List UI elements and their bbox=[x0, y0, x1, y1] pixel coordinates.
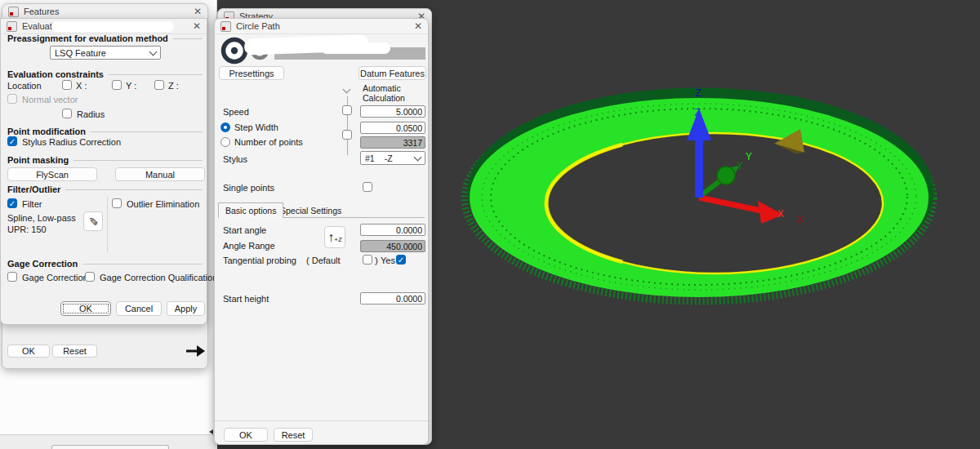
axis-y-label-dark: Y bbox=[737, 159, 743, 171]
radius-label: Radius bbox=[77, 109, 105, 119]
axis-x-label-dark: X bbox=[797, 213, 804, 225]
tab-special-settings[interactable]: Special Settings bbox=[274, 202, 348, 218]
stylus-select[interactable]: #1 -Z bbox=[360, 151, 425, 165]
axis-y-label-bright: Y bbox=[746, 150, 752, 162]
start-angle-label: Start angle bbox=[223, 225, 266, 235]
datum-features-button[interactable]: Datum Features bbox=[359, 66, 426, 80]
evaluation-apply-button[interactable]: Apply bbox=[167, 301, 205, 316]
tangential-probing-label: Tangential probing bbox=[223, 256, 296, 265]
group-divider bbox=[107, 197, 108, 252]
features-ok-button[interactable]: OK bbox=[7, 345, 50, 358]
circle-path-icon[interactable] bbox=[220, 37, 248, 64]
redaction-blob bbox=[51, 21, 174, 32]
speed-input[interactable] bbox=[360, 105, 425, 118]
start-height-label: Start height bbox=[223, 294, 269, 304]
app-icon bbox=[220, 21, 231, 32]
tangential-default-checkbox[interactable] bbox=[363, 255, 372, 265]
stylus-radius-correction-label: Stylus Radius Correction bbox=[22, 137, 121, 147]
forward-arrow-icon[interactable] bbox=[185, 343, 206, 359]
location-z-checkbox[interactable] bbox=[154, 80, 164, 90]
chevron-down-icon bbox=[149, 47, 158, 56]
gage-qualification-checkbox[interactable] bbox=[85, 272, 95, 282]
radius-checkbox[interactable] bbox=[62, 109, 72, 118]
manual-button[interactable]: Manual bbox=[115, 167, 205, 181]
location-y-checkbox[interactable] bbox=[112, 80, 122, 90]
filter-label: Filter bbox=[22, 199, 42, 209]
filter-type-label: Spline, Low-pass bbox=[7, 213, 76, 223]
footer-divider bbox=[215, 420, 428, 421]
chevron-down-icon bbox=[414, 153, 422, 161]
constraints-legend: Evaluation constraints bbox=[7, 69, 203, 79]
gage-correction-label: Gage Correction bbox=[22, 273, 88, 282]
auto-calc-speed-checkbox[interactable] bbox=[342, 105, 352, 115]
app-icon bbox=[8, 7, 19, 17]
flyscan-button[interactable]: FlyScan bbox=[7, 167, 97, 181]
close-icon[interactable]: ✕ bbox=[414, 21, 422, 31]
location-x-checkbox[interactable] bbox=[62, 80, 72, 90]
bottom-strip bbox=[0, 435, 217, 449]
app-icon bbox=[7, 21, 17, 32]
location-x-label: X : bbox=[76, 81, 87, 91]
location-label: Location bbox=[7, 81, 42, 91]
step-width-input[interactable] bbox=[360, 122, 425, 134]
stylus-radius-correction-checkbox[interactable] bbox=[7, 136, 17, 146]
number-of-points-radio[interactable] bbox=[220, 137, 230, 147]
plus-z-direction-button[interactable]: ↑ +Z bbox=[324, 226, 345, 248]
redaction-blob bbox=[321, 42, 390, 54]
circle-path-reset-button[interactable]: Reset bbox=[274, 428, 313, 442]
filter-outlier-legend: Filter/Outlier bbox=[7, 184, 203, 194]
evaluation-ok-button[interactable]: OK bbox=[60, 301, 111, 316]
filter-checkbox[interactable] bbox=[7, 198, 17, 208]
circle-path-window: Circle Path ✕ Presettings Datum Features… bbox=[214, 18, 429, 445]
stylus-label: Stylus bbox=[223, 154, 247, 164]
pencil-icon: ✎ bbox=[87, 216, 100, 226]
tangential-yes-label: Yes bbox=[381, 256, 395, 265]
axis-z-label-dark: Z bbox=[695, 87, 702, 99]
normal-vector-label: Normal vector bbox=[22, 95, 78, 104]
step-width-radio[interactable] bbox=[220, 122, 230, 132]
auto-calc-step-checkbox[interactable] bbox=[342, 130, 352, 140]
gage-qualification-label: Gage Correction Qualification bbox=[100, 273, 217, 282]
edit-filter-button[interactable]: ✎ bbox=[83, 211, 103, 231]
start-height-input[interactable] bbox=[360, 292, 425, 305]
close-icon[interactable]: ✕ bbox=[194, 7, 202, 16]
close-icon[interactable]: ✕ bbox=[193, 21, 201, 31]
filter-upr-label: UPR: 150 bbox=[7, 224, 47, 234]
normal-vector-checkbox bbox=[7, 94, 17, 104]
single-points-label: Single points bbox=[223, 183, 274, 193]
start-angle-input[interactable] bbox=[360, 224, 425, 236]
presettings-button[interactable]: Presettings bbox=[219, 66, 284, 80]
automatic-calculation-label2: Calculation bbox=[363, 93, 405, 103]
partial-button[interactable] bbox=[51, 445, 169, 449]
location-z-label: Z : bbox=[168, 81, 179, 91]
evaluation-cancel-button[interactable]: Cancel bbox=[116, 301, 162, 316]
automatic-calculation-label: Automatic bbox=[363, 83, 401, 93]
features-reset-button[interactable]: Reset bbox=[52, 345, 97, 358]
single-points-checkbox[interactable] bbox=[363, 182, 372, 192]
evaluation-method-select[interactable]: LSQ Feature bbox=[50, 46, 161, 60]
gage-correction-legend: Gage Correction bbox=[7, 259, 203, 269]
tangential-yes-checkbox[interactable] bbox=[396, 255, 406, 265]
evaluation-window: Evaluation… ✕ Preassignment for evaluati… bbox=[0, 18, 207, 325]
outlier-elimination-checkbox[interactable] bbox=[112, 198, 122, 208]
point-modification-legend: Point modification bbox=[7, 127, 203, 136]
angle-range-value bbox=[360, 240, 425, 252]
number-of-points-label: Number of points bbox=[234, 137, 303, 147]
tab-basic-options[interactable]: Basic options bbox=[218, 202, 283, 218]
point-masking-legend: Point masking bbox=[7, 155, 203, 165]
circle-path-titlebar[interactable]: Circle Path ✕ bbox=[215, 19, 428, 34]
preassignment-legend: Preassignment for evaluation method bbox=[7, 33, 203, 43]
outlier-elimination-label: Outlier Elimination bbox=[127, 199, 199, 209]
gage-correction-checkbox[interactable] bbox=[7, 272, 17, 282]
step-width-label: Step Width bbox=[234, 122, 278, 132]
speed-label: Speed bbox=[223, 107, 249, 117]
tangential-default-label: ( Default bbox=[306, 256, 341, 265]
axis-z-label-bright: Z bbox=[694, 106, 701, 118]
screen: Features ✕ OK Reset Evaluation… ✕ Preass… bbox=[0, 0, 980, 449]
features-title: Features bbox=[24, 7, 59, 16]
resize-marker-icon bbox=[209, 429, 213, 434]
up-arrow-icon: ↑ bbox=[327, 231, 334, 244]
3d-viewport[interactable]: Z Z Y Y X X bbox=[431, 0, 980, 449]
number-of-points-value bbox=[360, 136, 425, 149]
circle-path-ok-button[interactable]: OK bbox=[224, 428, 268, 442]
